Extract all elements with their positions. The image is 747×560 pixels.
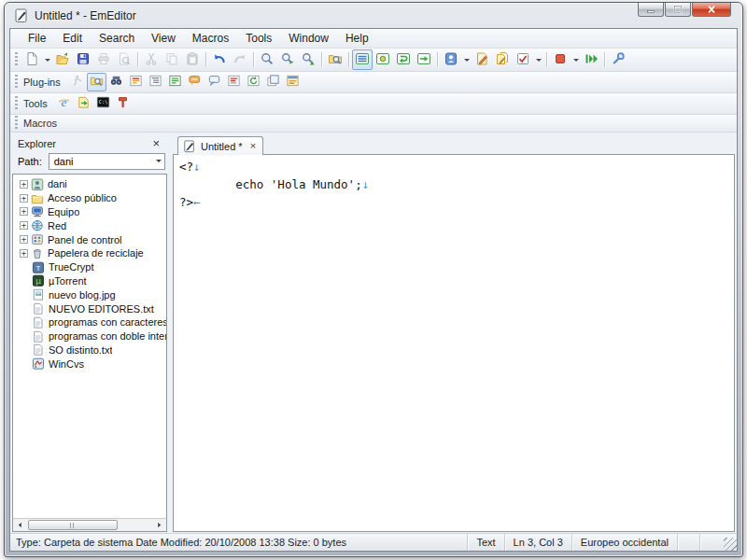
wrap-by-window-button[interactable]: [393, 49, 414, 70]
main-area: Explorer × Path: dani +dani+Acceso públi…: [10, 133, 737, 533]
copy-button[interactable]: [162, 49, 182, 70]
maximize-button[interactable]: [665, 3, 691, 17]
word-count-plugin-button[interactable]: [224, 73, 244, 91]
open-folder-tool-icon: [77, 95, 91, 112]
record-macro-dropdown[interactable]: [571, 49, 581, 70]
tree-item-equipo[interactable]: +Equipo: [20, 205, 166, 219]
scroll-left-button[interactable]: [13, 519, 27, 531]
html-bar-plugin-button[interactable]: [126, 73, 146, 91]
resize-grip[interactable]: [724, 538, 737, 551]
hammer-tool-button[interactable]: [113, 94, 133, 113]
minimize-button[interactable]: [638, 3, 664, 17]
no-wrap-button[interactable]: [352, 49, 373, 70]
select-macro-icon: [515, 51, 530, 69]
scroll-right-button[interactable]: [152, 519, 166, 531]
toolbar-grip[interactable]: [15, 75, 18, 90]
tree-item-so-distinto-txt[interactable]: SO distinto.txt: [20, 343, 166, 357]
close-button[interactable]: [692, 3, 731, 17]
chevron-down-icon[interactable]: [152, 154, 164, 169]
open-folder-tool-button[interactable]: [74, 94, 93, 113]
comment-plugin-button[interactable]: [204, 73, 224, 91]
tip-plugin-button[interactable]: [185, 73, 204, 91]
record-macro-button[interactable]: [550, 49, 571, 70]
menu-edit[interactable]: Edit: [54, 30, 91, 47]
select-macro-dropdown[interactable]: [533, 49, 543, 70]
menu-tools[interactable]: Tools: [237, 30, 280, 47]
print-preview-button[interactable]: [114, 49, 134, 70]
tree-item-nuevo-editores-txt[interactable]: NUEVO EDITORES.txt: [20, 301, 166, 315]
title-bar[interactable]: Untitled * - EmEditor: [5, 3, 742, 25]
horizontal-scrollbar[interactable]: [12, 518, 167, 532]
encoding-button[interactable]: [441, 49, 461, 70]
outline-plugin-button[interactable]: [146, 73, 165, 91]
expand-icon[interactable]: +: [20, 207, 28, 216]
tree-item-nuevo-blog-jpg[interactable]: nuevo blog.jpg: [20, 287, 166, 301]
tree-item-dani[interactable]: +dani: [20, 177, 166, 191]
save-button[interactable]: [73, 49, 93, 70]
tab-close-icon[interactable]: ×: [249, 141, 257, 151]
editor-tabs: Untitled * ×: [173, 134, 735, 154]
tree-item-panel-de-control[interactable]: +Panel de control: [20, 232, 166, 246]
run-macro-button[interactable]: [581, 49, 601, 70]
tree-item--torrent[interactable]: µµTorrent: [20, 274, 166, 288]
paste-button[interactable]: [182, 49, 203, 70]
tree-item-papelera-de-reciclaje[interactable]: +Papelera de reciclaje: [20, 246, 166, 260]
expand-icon[interactable]: +: [20, 221, 28, 230]
print-button[interactable]: [93, 49, 114, 70]
tree-item-wincvs[interactable]: WinCvs: [20, 357, 166, 371]
scrollbar-thumb[interactable]: [28, 520, 118, 530]
undo-button[interactable]: [209, 49, 230, 70]
expand-icon[interactable]: +: [20, 194, 28, 203]
macro-library-button[interactable]: [492, 49, 513, 70]
cut-button[interactable]: [141, 49, 162, 70]
text-file-icon: [32, 302, 45, 315]
menu-macros[interactable]: Macros: [184, 30, 237, 47]
new-file-button[interactable]: [21, 49, 42, 70]
wrap-by-page-icon: [416, 51, 431, 69]
tab-untitled[interactable]: Untitled * ×: [177, 136, 263, 155]
menu-file[interactable]: File: [20, 30, 54, 47]
select-macro-button[interactable]: [513, 49, 533, 70]
toolbar-grip[interactable]: [15, 96, 18, 111]
search-plugin-button[interactable]: [106, 73, 126, 91]
menu-search[interactable]: Search: [91, 30, 143, 47]
explorer-plugin-button[interactable]: [87, 73, 106, 91]
redo-button[interactable]: [230, 49, 250, 70]
window-list-plugin-button[interactable]: [263, 73, 283, 91]
tree-item-programas-con-caracteres-ra[interactable]: programas con caracteres ra: [20, 315, 166, 329]
find-button[interactable]: [257, 49, 277, 70]
find-next-button[interactable]: [277, 49, 298, 70]
menu-help[interactable]: Help: [337, 30, 377, 47]
webpage-plugin-button[interactable]: [283, 73, 303, 91]
wrap-by-page-button[interactable]: [414, 49, 434, 70]
tree-item-label: WinCvs: [49, 358, 84, 370]
menu-window[interactable]: Window: [280, 30, 337, 47]
snippets-plugin-button[interactable]: [165, 73, 185, 91]
tree-item-truecrypt[interactable]: TTrueCrypt: [20, 260, 166, 274]
menu-view[interactable]: View: [143, 30, 184, 47]
tree-item-acceso-p-blico[interactable]: +Acceso público: [20, 191, 166, 205]
internet-explorer-tool-button[interactable]: e: [54, 94, 74, 113]
toolbar-grip[interactable]: [15, 52, 18, 67]
expand-icon[interactable]: +: [20, 235, 28, 244]
explorer-close-button[interactable]: ×: [149, 137, 162, 149]
expand-icon[interactable]: +: [20, 249, 28, 258]
code-editor[interactable]: <?↓ echo 'Hola Mundo';↓?>←: [173, 154, 735, 532]
new-file-dropdown[interactable]: [42, 49, 52, 70]
path-dropdown[interactable]: dani: [49, 153, 165, 170]
replace-button[interactable]: [298, 49, 318, 70]
customize-button[interactable]: [608, 49, 628, 70]
command-prompt-tool-button[interactable]: C:\: [93, 94, 113, 113]
toolbar-grip[interactable]: [15, 116, 18, 131]
edit-macro-button[interactable]: [472, 49, 492, 70]
encoding-dropdown[interactable]: [461, 49, 472, 70]
tree-item-red[interactable]: +Red: [20, 218, 166, 232]
wrap-by-characters-button[interactable]: [373, 49, 393, 70]
find-in-files-button[interactable]: [325, 49, 345, 70]
expand-icon[interactable]: +: [20, 180, 28, 189]
projects-plugin-button[interactable]: [67, 73, 87, 91]
tree-item-label: Acceso público: [48, 192, 117, 203]
tree-item-programas-con-doble-interro[interactable]: programas con doble interro: [20, 329, 166, 343]
open-file-button[interactable]: [52, 49, 73, 70]
web-preview-plugin-button[interactable]: [244, 73, 263, 91]
